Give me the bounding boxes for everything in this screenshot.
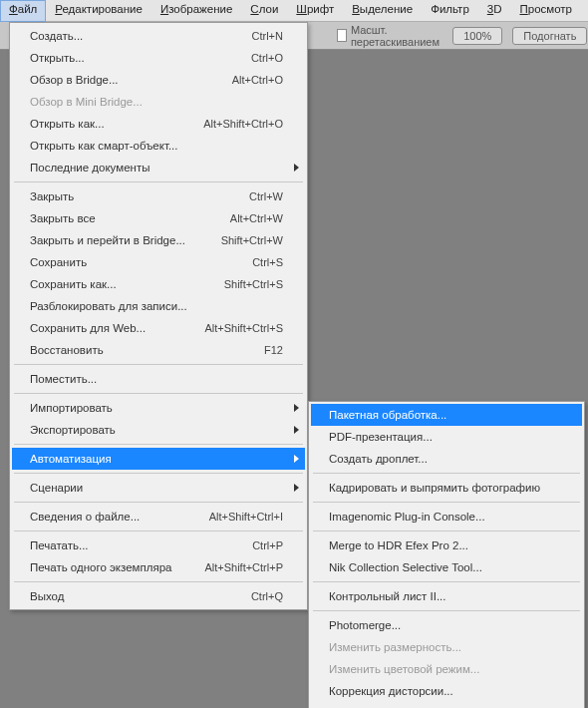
file-menu-item-31[interactable]: ВыходCtrl+Q xyxy=(12,585,305,607)
file-menu-item-0[interactable]: Создать...Ctrl+N xyxy=(12,25,305,47)
submenu-arrow-icon xyxy=(294,404,299,412)
menu-item-label: Merge to HDR Efex Pro 2... xyxy=(329,539,560,551)
file-menu-separator xyxy=(14,181,303,182)
automation-item-6[interactable]: Imagenomic Plug-in Console... xyxy=(311,506,582,528)
file-menu-item-1[interactable]: Открыть...Ctrl+O xyxy=(12,47,305,69)
automation-separator xyxy=(313,581,580,582)
file-menu-separator xyxy=(14,393,303,394)
menu-item-shortcut: Ctrl+P xyxy=(252,539,283,551)
file-menu-item-10[interactable]: Закрыть и перейти в Bridge...Shift+Ctrl+… xyxy=(12,229,305,251)
menubar: ФайлРедактированиеИзображениеСлоиШрифтВы… xyxy=(0,0,588,22)
menu-item-label: Imagenomic Plug-in Console... xyxy=(329,511,560,523)
file-menu-separator xyxy=(14,444,303,445)
automation-separator xyxy=(313,473,580,474)
menu-item-shortcut: F12 xyxy=(264,344,283,356)
submenu-arrow-icon xyxy=(294,426,299,434)
file-menu-item-6[interactable]: Последние документы xyxy=(12,157,305,178)
automation-item-2[interactable]: Создать дроплет... xyxy=(311,448,582,470)
automation-item-8[interactable]: Merge to HDR Efex Pro 2... xyxy=(311,534,582,556)
menu-item-shortcut: Ctrl+W xyxy=(249,190,283,202)
menu-item-label: Последние документы xyxy=(30,162,283,174)
menu-item-label: Выход xyxy=(30,590,251,602)
menu-item-label: Открыть как смарт-объект... xyxy=(30,140,283,152)
automation-item-0[interactable]: Пакетная обработка... xyxy=(311,404,582,426)
menubar-item-7[interactable]: 3D xyxy=(478,0,511,22)
menu-item-shortcut: Ctrl+N xyxy=(252,30,283,42)
menu-item-label: Закрыть все xyxy=(30,212,230,224)
submenu-arrow-icon xyxy=(294,455,299,463)
file-menu-item-22[interactable]: Автоматизация xyxy=(12,448,305,470)
automation-item-9[interactable]: Nik Collection Selective Tool... xyxy=(311,556,582,578)
automation-item-11[interactable]: Контрольный лист II... xyxy=(311,585,582,607)
fit-button[interactable]: Подогнать xyxy=(512,27,587,45)
file-menu-separator xyxy=(14,473,303,474)
file-menu-item-26[interactable]: Сведения о файле...Alt+Shift+Ctrl+I xyxy=(12,506,305,528)
menu-item-label: PDF-презентация... xyxy=(329,431,560,443)
file-menu-item-11[interactable]: СохранитьCtrl+S xyxy=(12,251,305,273)
menu-item-label: Разблокировать для записи... xyxy=(30,300,283,312)
menu-item-label: Создать... xyxy=(30,30,252,42)
automation-item-17[interactable]: Объединить в HDR Pro... xyxy=(311,702,582,708)
drag-scale-option[interactable]: Масшт. перетаскиванием xyxy=(337,24,442,48)
file-menu-item-5[interactable]: Открыть как смарт-объект... xyxy=(12,135,305,157)
menu-item-shortcut: Alt+Shift+Ctrl+S xyxy=(204,322,283,334)
file-menu-separator xyxy=(14,502,303,503)
zoom-button[interactable]: 100% xyxy=(452,27,502,45)
file-menu-item-24[interactable]: Сценарии xyxy=(12,477,305,499)
menu-item-shortcut: Ctrl+Q xyxy=(251,590,283,602)
automation-item-4[interactable]: Кадрировать и выпрямить фотографию xyxy=(311,477,582,499)
menu-item-label: Открыть... xyxy=(30,52,251,64)
file-menu-item-4[interactable]: Открыть как...Alt+Shift+Ctrl+O xyxy=(12,113,305,135)
file-menu-item-2[interactable]: Обзор в Bridge...Alt+Ctrl+O xyxy=(12,69,305,91)
menu-item-label: Nik Collection Selective Tool... xyxy=(329,561,560,573)
menubar-item-1[interactable]: Редактирование xyxy=(46,0,151,22)
menu-item-label: Пакетная обработка... xyxy=(329,409,560,421)
menubar-item-5[interactable]: Выделение xyxy=(343,0,422,22)
file-menu-item-12[interactable]: Сохранить как...Shift+Ctrl+S xyxy=(12,273,305,295)
menu-item-label: Сценарии xyxy=(30,482,283,494)
automation-submenu: Пакетная обработка...PDF-презентация...С… xyxy=(308,401,585,708)
menu-item-label: Печатать... xyxy=(30,539,252,551)
file-menu-item-28[interactable]: Печатать...Ctrl+P xyxy=(12,534,305,556)
menu-item-shortcut: Alt+Ctrl+W xyxy=(230,212,283,224)
file-menu-item-20[interactable]: Экспортировать xyxy=(12,419,305,441)
menu-item-shortcut: Alt+Shift+Ctrl+P xyxy=(204,561,283,573)
menu-item-label: Восстановить xyxy=(30,344,264,356)
automation-item-15: Изменить цветовой режим... xyxy=(311,658,582,680)
submenu-arrow-icon xyxy=(294,164,299,172)
file-menu-item-9[interactable]: Закрыть всеAlt+Ctrl+W xyxy=(12,207,305,229)
menu-item-label: Коррекция дисторсии... xyxy=(329,685,560,697)
menubar-item-0[interactable]: Файл xyxy=(0,0,46,22)
menu-item-label: Сведения о файле... xyxy=(30,511,209,523)
automation-item-1[interactable]: PDF-презентация... xyxy=(311,426,582,448)
file-menu-item-14[interactable]: Сохранить для Web...Alt+Shift+Ctrl+S xyxy=(12,317,305,339)
file-menu-item-8[interactable]: ЗакрытьCtrl+W xyxy=(12,185,305,207)
file-menu-item-13[interactable]: Разблокировать для записи... xyxy=(12,295,305,317)
menubar-item-2[interactable]: Изображение xyxy=(151,0,241,22)
menu-item-label: Сохранить для Web... xyxy=(30,322,204,334)
menu-item-label: Закрыть и перейти в Bridge... xyxy=(30,234,221,246)
menubar-item-4[interactable]: Шрифт xyxy=(287,0,343,22)
menubar-item-8[interactable]: Просмотр xyxy=(511,0,582,22)
file-menu-item-29[interactable]: Печать одного экземпляраAlt+Shift+Ctrl+P xyxy=(12,556,305,578)
file-menu-separator xyxy=(14,531,303,531)
file-menu-item-19[interactable]: Импортировать xyxy=(12,397,305,419)
menu-item-label: Поместить... xyxy=(30,373,283,385)
menu-item-shortcut: Shift+Ctrl+W xyxy=(221,234,283,246)
menu-item-label: Кадрировать и выпрямить фотографию xyxy=(329,482,560,494)
menu-item-label: Сохранить xyxy=(30,256,252,268)
automation-item-14: Изменить размерность... xyxy=(311,636,582,658)
menu-item-label: Изменить размерность... xyxy=(329,641,560,653)
submenu-arrow-icon xyxy=(294,484,299,492)
automation-item-16[interactable]: Коррекция дисторсии... xyxy=(311,680,582,702)
file-menu-item-17[interactable]: Поместить... xyxy=(12,368,305,390)
menu-item-label: Создать дроплет... xyxy=(329,453,560,465)
menu-item-label: Автоматизация xyxy=(30,453,283,465)
file-menu-item-15[interactable]: ВосстановитьF12 xyxy=(12,339,305,361)
menubar-item-3[interactable]: Слои xyxy=(241,0,287,22)
menubar-item-6[interactable]: Фильтр xyxy=(422,0,478,22)
menu-item-shortcut: Shift+Ctrl+S xyxy=(224,278,283,290)
menu-item-label: Обзор в Mini Bridge... xyxy=(30,96,283,108)
menu-item-label: Photomerge... xyxy=(329,619,560,631)
automation-item-13[interactable]: Photomerge... xyxy=(311,614,582,636)
